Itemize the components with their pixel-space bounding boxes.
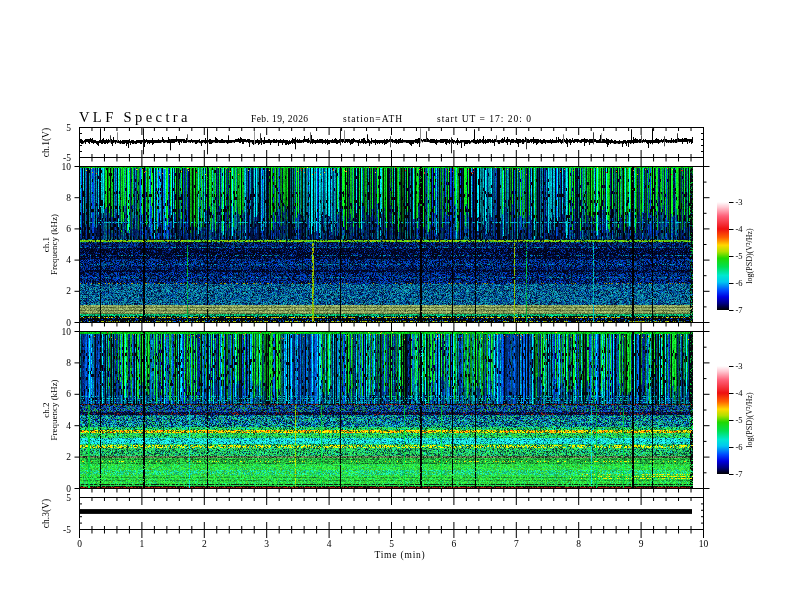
svg-text:8: 8 bbox=[66, 358, 71, 368]
svg-text:10: 10 bbox=[699, 539, 709, 549]
svg-text:5: 5 bbox=[389, 539, 394, 549]
svg-text:-4: -4 bbox=[736, 224, 744, 234]
svg-text:3: 3 bbox=[264, 539, 269, 549]
svg-text:Feb. 19, 2026: Feb. 19, 2026 bbox=[251, 114, 308, 124]
svg-text:-6: -6 bbox=[736, 442, 743, 452]
svg-text:2: 2 bbox=[66, 286, 71, 296]
svg-text:9: 9 bbox=[639, 539, 644, 549]
svg-text:-7: -7 bbox=[736, 469, 743, 479]
svg-text:4: 4 bbox=[66, 421, 71, 431]
svg-text:VLF Spectra: VLF Spectra bbox=[79, 109, 191, 125]
svg-text:-6: -6 bbox=[736, 278, 743, 288]
svg-text:start UT = 17: 20: 0: start UT = 17: 20: 0 bbox=[437, 114, 532, 124]
svg-text:ch.1(V): ch.1(V) bbox=[41, 128, 52, 157]
svg-text:-4: -4 bbox=[736, 388, 744, 398]
svg-text:ch.3(V): ch.3(V) bbox=[41, 499, 52, 528]
svg-text:-7: -7 bbox=[736, 305, 743, 315]
svg-text:2: 2 bbox=[202, 539, 207, 549]
svg-text:6: 6 bbox=[66, 389, 71, 399]
svg-text:2: 2 bbox=[66, 452, 71, 462]
svg-text:-3: -3 bbox=[736, 197, 743, 207]
svg-text:4: 4 bbox=[66, 255, 71, 265]
svg-text:10: 10 bbox=[62, 327, 72, 337]
svg-text:4: 4 bbox=[327, 539, 332, 549]
svg-text:station=ATH: station=ATH bbox=[343, 114, 403, 124]
svg-text:Frequency (kHz): Frequency (kHz) bbox=[49, 379, 59, 440]
svg-text:-5: -5 bbox=[736, 415, 743, 425]
svg-text:6: 6 bbox=[66, 224, 71, 234]
svg-text:1: 1 bbox=[140, 539, 145, 549]
svg-text:7: 7 bbox=[514, 539, 519, 549]
svg-text:8: 8 bbox=[66, 193, 71, 203]
svg-text:5: 5 bbox=[66, 493, 71, 503]
svg-text:0: 0 bbox=[77, 539, 82, 549]
svg-text:log(PSD)(V²/Hz): log(PSD)(V²/Hz) bbox=[745, 392, 754, 448]
svg-text:-5: -5 bbox=[736, 251, 743, 261]
svg-text:Time (min): Time (min) bbox=[374, 550, 425, 561]
svg-text:8: 8 bbox=[576, 539, 581, 549]
svg-text:-3: -3 bbox=[736, 361, 743, 371]
svg-text:5: 5 bbox=[66, 123, 71, 133]
svg-text:Frequency (kHz): Frequency (kHz) bbox=[49, 214, 59, 275]
svg-text:log(PSD)(V²/Hz): log(PSD)(V²/Hz) bbox=[745, 228, 754, 284]
svg-text:10: 10 bbox=[62, 162, 72, 172]
svg-text:6: 6 bbox=[452, 539, 457, 549]
svg-text:-5: -5 bbox=[63, 525, 71, 535]
